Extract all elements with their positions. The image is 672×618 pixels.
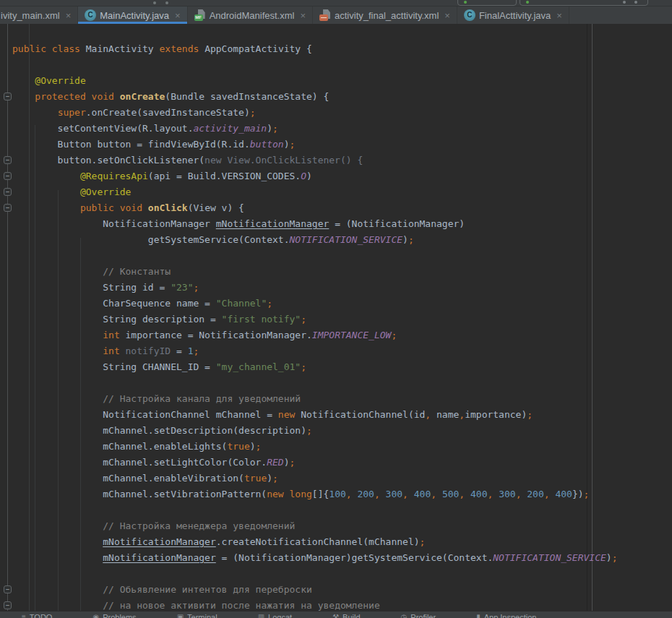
- code-editor[interactable]: public class MainActivity extends AppCom…: [0, 24, 672, 611]
- fold-marker-icon[interactable]: −: [4, 585, 12, 593]
- fold-marker-icon[interactable]: −: [4, 188, 12, 196]
- toolbar-dot: [153, 1, 156, 4]
- fold-marker-icon[interactable]: −: [4, 156, 12, 164]
- tab-label: AndroidManifest.xml: [210, 10, 295, 21]
- code-line: button.setOnClickListener(new View.OnCli…: [12, 153, 618, 168]
- status-dot: [634, 1, 637, 4]
- tool-window-button-logcat[interactable]: ▥Logcat: [258, 613, 292, 618]
- tool-window-button-todo[interactable]: ≡TODO: [22, 613, 52, 618]
- code-line: mChannel.setLightColor(Color.RED);: [12, 455, 618, 471]
- tab-activity-main-xml[interactable]: ivity_main.xml ×: [0, 7, 78, 24]
- code-line: // Обьявление интентов для переброски: [12, 582, 618, 598]
- close-icon[interactable]: ×: [556, 11, 562, 20]
- xml-file-icon: [319, 9, 331, 21]
- terminal-icon: ▣: [177, 613, 184, 618]
- bottom-tool-bar: ≡TODO◉Problems▣Terminal▥Logcat⚒Build◷Pro…: [0, 611, 672, 618]
- logcat-icon: ▥: [258, 613, 264, 618]
- close-icon[interactable]: ×: [300, 11, 306, 20]
- editor-tab-bar: ivity_main.xml × C MainActivity.java × M…: [0, 7, 672, 24]
- code-line: String description = "first notify";: [12, 312, 618, 327]
- device-selector-widget[interactable]: [457, 0, 517, 6]
- java-class-icon: C: [85, 9, 96, 21]
- profiler-icon: ◷: [401, 613, 408, 618]
- code-line: String CHANNEL_ID = "my_channel_01";: [12, 359, 618, 375]
- toolbar-dot: [165, 1, 168, 4]
- fold-marker-icon[interactable]: −: [4, 93, 12, 100]
- code-line: [12, 248, 618, 264]
- tool-window-label: Terminal: [187, 613, 217, 618]
- code-line: public class MainActivity extends AppCom…: [12, 41, 618, 57]
- tab-activity-final-acttivity-xml[interactable]: activity_final_acttivity.xml ×: [313, 7, 457, 24]
- code-line: super.onCreate(savedInstanceState);: [12, 105, 618, 121]
- code-line: @Override: [12, 184, 618, 200]
- tab-androidmanifest-xml[interactable]: MF AndroidManifest.xml ×: [188, 7, 313, 24]
- tool-window-button-problems[interactable]: ◉Problems: [92, 613, 136, 618]
- code-line: public void onClick(View v) {: [12, 200, 618, 216]
- tool-window-button-app-inspection[interactable]: ▮App Inspection: [476, 613, 536, 618]
- ide-window: ivity_main.xml × C MainActivity.java × M…: [0, 0, 672, 618]
- status-dot: [623, 1, 626, 4]
- xml-badge: [319, 14, 328, 21]
- tab-label: activity_final_acttivity.xml: [335, 10, 439, 21]
- close-icon[interactable]: ×: [66, 11, 72, 20]
- tab-finalacttivity-java[interactable]: C FinalActtivity.java ×: [457, 7, 569, 24]
- code-line: int notifyID = 1;: [12, 343, 618, 359]
- code-line: mNotificationManager = (NotificationMana…: [12, 550, 618, 566]
- code-line: Button button = findViewById(R.id.button…: [12, 137, 618, 153]
- fold-marker-icon[interactable]: −: [4, 204, 12, 212]
- code-line: getSystemService(Context.NOTIFICATION_SE…: [12, 232, 618, 248]
- code-line: mChannel.setDescription(description);: [12, 423, 618, 439]
- manifest-badge: MF: [194, 14, 203, 21]
- code-line: [12, 57, 618, 73]
- run-configuration-widget[interactable]: [520, 0, 648, 6]
- build-icon: ⚒: [332, 613, 339, 618]
- fold-marker-icon[interactable]: −: [4, 172, 12, 180]
- tool-window-button-build[interactable]: ⚒Build: [332, 613, 360, 618]
- code-line: String id = "23";: [12, 280, 618, 296]
- code-line: [12, 375, 618, 391]
- fold-marker-icon[interactable]: −: [4, 601, 12, 609]
- code-line: NotificationManager mNotificationManager…: [12, 216, 618, 232]
- tab-label: FinalActtivity.java: [479, 10, 551, 21]
- code-line: // на новое активити после нажатия на ув…: [12, 598, 618, 611]
- tab-label: ivity_main.xml: [1, 10, 60, 21]
- code-line: // Константы: [12, 264, 618, 280]
- code-line: // Настройка менеджера уведомлений: [12, 518, 618, 534]
- tool-window-label: App Inspection: [484, 613, 537, 618]
- tool-window-label: Problems: [103, 613, 136, 618]
- code-line: mChannel.enableLights(true);: [12, 439, 618, 455]
- tool-window-label: Logcat: [268, 613, 292, 618]
- java-class-icon: C: [464, 9, 475, 21]
- todo-icon: ≡: [22, 613, 26, 618]
- close-icon[interactable]: ×: [175, 11, 181, 20]
- main-toolbar-strip: [0, 0, 672, 7]
- code-line: @Override: [12, 73, 618, 89]
- tool-window-button-profiler[interactable]: ◷Profiler: [401, 613, 436, 618]
- code-line: [12, 566, 618, 582]
- manifest-file-icon: MF: [194, 9, 206, 21]
- tool-window-button-terminal[interactable]: ▣Terminal: [177, 613, 217, 618]
- code-line: setContentView(R.layout.activity_main);: [12, 121, 618, 137]
- code-line: mNotificationManager.createNotificationC…: [12, 534, 618, 550]
- status-dot: [464, 1, 467, 4]
- code-line: CharSequence name = "Channel";: [12, 296, 618, 312]
- code-line: @RequiresApi(api = Build.VERSION_CODES.O…: [12, 168, 618, 184]
- code-area[interactable]: public class MainActivity extends AppCom…: [12, 41, 618, 611]
- code-line: [12, 502, 618, 518]
- code-line: NotificationChannel mChannel = new Notif…: [12, 407, 618, 423]
- code-line: protected void onCreate(Bundle savedInst…: [12, 89, 618, 105]
- code-line: // Настройка канала для уведомлений: [12, 391, 618, 407]
- close-icon[interactable]: ×: [444, 11, 450, 20]
- tab-label: MainActivity.java: [100, 10, 169, 21]
- code-line: mChannel.setVibrationPattern(new long[]{…: [12, 486, 618, 502]
- code-line: int importance = NotificationManager.IMP…: [12, 327, 618, 343]
- gutter-fold-line: [7, 24, 8, 611]
- tool-window-label: Build: [343, 613, 360, 618]
- code-line: mChannel.enableVibration(true);: [12, 471, 618, 486]
- tool-window-label: TODO: [30, 613, 53, 618]
- tab-mainactivity-java[interactable]: C MainActivity.java ×: [78, 7, 187, 24]
- app-inspection-icon: ▮: [476, 613, 481, 618]
- status-dot: [526, 1, 529, 4]
- problems-icon: ◉: [92, 613, 99, 618]
- tool-window-label: Profiler: [410, 613, 436, 618]
